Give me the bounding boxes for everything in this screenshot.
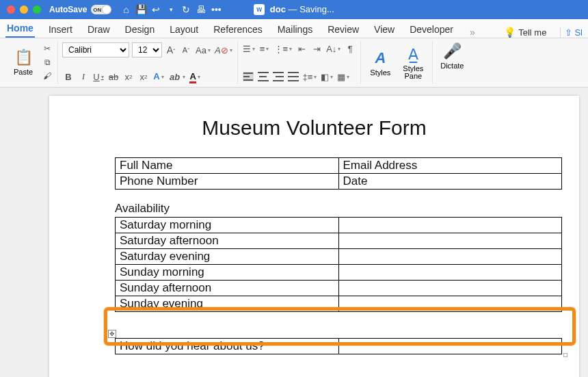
borders-button[interactable]: ▦: [336, 70, 350, 83]
styles-icon: A: [375, 49, 386, 67]
table-resize-handle-icon[interactable]: [563, 353, 567, 357]
hear-about-table[interactable]: How did you hear about us?: [115, 338, 562, 354]
line-spacing-button[interactable]: ‡≡: [302, 70, 318, 83]
cell-hear-about[interactable]: How did you hear about us?: [116, 339, 339, 354]
minimize-window-button[interactable]: [20, 5, 28, 14]
styles-pane-icon: A̲: [408, 46, 418, 64]
table-row[interactable]: Saturday afternoon: [116, 233, 562, 249]
superscript-button[interactable]: x2: [137, 70, 150, 83]
change-case-icon[interactable]: Aa: [195, 44, 211, 56]
availability-table[interactable]: Saturday morning Saturday afternoon Satu…: [115, 217, 562, 312]
table-row[interactable]: Saturday morning: [116, 218, 562, 233]
cell-date[interactable]: Date: [338, 174, 562, 190]
justify-button[interactable]: [287, 70, 299, 83]
table-move-handle-icon[interactable]: ✥: [108, 330, 116, 338]
titlebar: AutoSave ON ⌂ 💾 ↩ ▾ ↻ 🖶 ••• w doc — Savi…: [0, 0, 588, 19]
redo-icon[interactable]: ↻: [180, 4, 192, 15]
bold-button[interactable]: B: [62, 70, 75, 83]
document-workspace[interactable]: Museum Volunteer Form Full Name Email Ad…: [0, 88, 588, 377]
align-left-button[interactable]: [242, 70, 254, 83]
autosave-toggle[interactable]: AutoSave ON: [49, 5, 111, 14]
tab-insert[interactable]: Insert: [47, 21, 74, 38]
cell-phone[interactable]: Phone Number: [116, 174, 339, 190]
strikethrough-button[interactable]: ab: [107, 70, 120, 83]
page[interactable]: Museum Volunteer Form Full Name Email Ad…: [49, 96, 579, 377]
tab-draw[interactable]: Draw: [86, 21, 111, 38]
text-effects-button[interactable]: A: [152, 70, 165, 83]
tab-review[interactable]: Review: [326, 21, 360, 38]
availability-heading[interactable]: Availability: [115, 202, 579, 216]
save-status: Saving...: [299, 4, 334, 14]
numbering-button[interactable]: ≡: [258, 42, 271, 55]
multilevel-list-button[interactable]: ⋮≡: [273, 42, 293, 55]
italic-button[interactable]: I: [77, 70, 90, 83]
table-row[interactable]: How did you hear about us?: [116, 339, 562, 354]
undo-dropdown-icon[interactable]: ▾: [165, 6, 177, 13]
shading-button[interactable]: ◧: [320, 70, 334, 83]
table-row[interactable]: Sunday morning: [116, 265, 562, 281]
cell-email[interactable]: Email Address: [338, 158, 562, 174]
styles-button[interactable]: A Styles: [365, 49, 395, 77]
cell-hear-about-value[interactable]: [338, 339, 562, 354]
tab-design[interactable]: Design: [124, 21, 157, 38]
autosave-switch[interactable]: ON: [91, 5, 111, 14]
cell-full-name[interactable]: Full Name: [116, 158, 339, 174]
share-button[interactable]: ⇧ Sl: [560, 27, 583, 38]
tab-layout[interactable]: Layout: [168, 21, 200, 38]
undo-icon[interactable]: ↩: [150, 4, 162, 15]
home-icon[interactable]: ⌂: [120, 4, 132, 15]
microphone-icon: 🎤: [443, 42, 462, 60]
tell-me-search[interactable]: 💡 Tell me: [504, 27, 546, 38]
tell-me-label: Tell me: [518, 27, 546, 38]
group-clipboard: 📋 Paste ✂ ⧉ 🖌: [4, 41, 58, 84]
tab-mailings[interactable]: Mailings: [276, 21, 314, 38]
ribbon-tabs: Home Insert Draw Design Layout Reference…: [0, 19, 588, 38]
cut-icon[interactable]: ✂: [41, 42, 53, 55]
bullets-button[interactable]: ☰: [242, 42, 256, 55]
font-name-select[interactable]: Calibri: [62, 42, 129, 57]
format-painter-icon[interactable]: 🖌: [41, 70, 53, 82]
align-center-button[interactable]: [257, 70, 269, 83]
group-dictate: 🎤 Dictate: [433, 41, 471, 84]
doc-title[interactable]: Museum Volunteer Form: [49, 116, 579, 140]
table-row[interactable]: Saturday evening: [116, 249, 562, 265]
paste-button[interactable]: 📋 Paste: [8, 49, 38, 76]
increase-font-icon[interactable]: Aˆ: [165, 44, 177, 56]
contact-table[interactable]: Full Name Email Address Phone Number Dat…: [115, 157, 562, 190]
print-icon[interactable]: 🖶: [195, 4, 207, 15]
tabs-overflow-icon[interactable]: »: [467, 27, 475, 38]
tab-home[interactable]: Home: [5, 20, 35, 38]
zoom-window-button[interactable]: [33, 5, 41, 14]
more-icon[interactable]: •••: [210, 4, 222, 15]
styles-pane-button[interactable]: A̲ Styles Pane: [398, 46, 428, 80]
table-row[interactable]: Full Name Email Address: [116, 158, 562, 174]
font-color-button[interactable]: A: [189, 70, 201, 83]
table-row[interactable]: Sunday afternoon: [116, 281, 562, 296]
share-label: Sl: [574, 27, 583, 38]
highlight-button[interactable]: ab: [168, 70, 186, 83]
align-right-button[interactable]: [272, 70, 284, 83]
sort-button[interactable]: A↓: [325, 42, 341, 55]
show-marks-button[interactable]: ¶: [344, 42, 356, 55]
close-window-button[interactable]: [7, 5, 15, 14]
clipboard-icon: 📋: [14, 49, 33, 66]
table-row[interactable]: Phone Number Date: [116, 174, 562, 190]
save-icon[interactable]: 💾: [135, 4, 147, 15]
subscript-button[interactable]: x2: [122, 70, 135, 83]
dictate-button[interactable]: 🎤 Dictate: [437, 42, 467, 70]
decrease-font-icon[interactable]: Aˇ: [180, 44, 192, 56]
copy-icon[interactable]: ⧉: [41, 56, 53, 68]
increase-indent-button[interactable]: ⇥: [310, 42, 323, 55]
clear-formatting-icon[interactable]: A⊘: [214, 44, 233, 56]
share-icon: ⇧: [565, 27, 572, 38]
table-row[interactable]: Sunday evening: [116, 296, 562, 312]
autosave-label: AutoSave: [49, 5, 87, 14]
tab-developer[interactable]: Developer: [408, 21, 455, 38]
tab-references[interactable]: References: [212, 21, 264, 38]
underline-button[interactable]: U: [92, 70, 105, 83]
font-size-select[interactable]: 12: [132, 42, 162, 57]
tab-view[interactable]: View: [373, 21, 396, 38]
ribbon: 📋 Paste ✂ ⧉ 🖌 Calibri 12 Aˆ Aˇ Aa A⊘ B: [0, 38, 588, 88]
group-paragraph: ☰ ≡ ⋮≡ ⇤ ⇥ A↓ ¶ ‡≡ ◧ ▦: [238, 41, 362, 84]
decrease-indent-button[interactable]: ⇤: [295, 42, 308, 55]
